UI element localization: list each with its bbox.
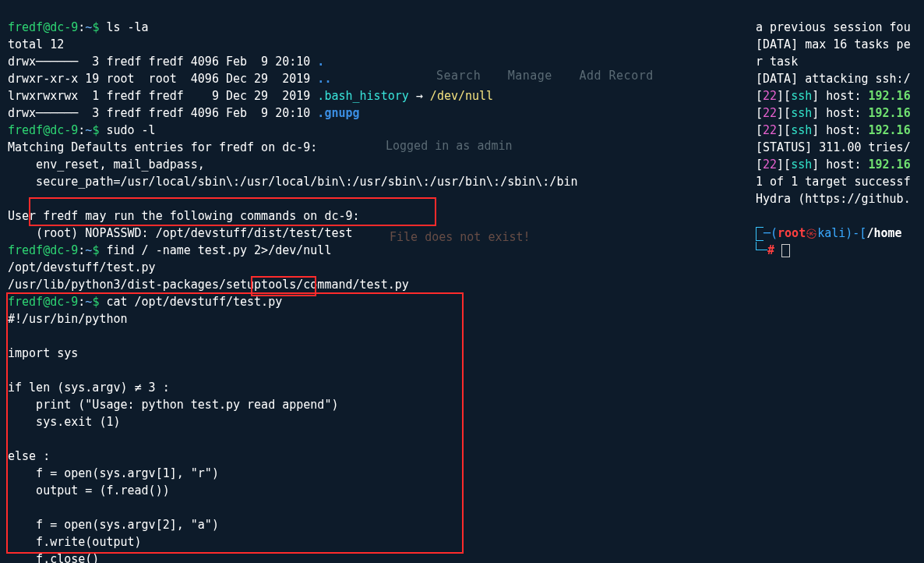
r-ssh: ssh [791, 89, 812, 103]
py-else: else : [8, 449, 50, 463]
find-out2: /usr/lib/python3/dist-packages/setuptool… [8, 278, 409, 292]
r-status: [STATUS] 311.00 tries/ [756, 140, 911, 154]
sudo-out2: env_reset, mail_badpass, [8, 158, 205, 172]
bg-nav-addrecord: Add Record [579, 69, 653, 83]
r-root: root [778, 226, 806, 240]
box-corner2-icon [756, 242, 767, 250]
sudo-nopasswd: (root) NOPASSWD: /opt/devstuff/dist/test… [8, 226, 353, 240]
r-host: kali [817, 226, 845, 240]
cmd-sudo: sudo -l [106, 123, 155, 137]
right-terminal[interactable]: a previous session fou [DATA] max 16 tas… [756, 2, 911, 259]
py-write: f.write(output) [8, 535, 142, 549]
py-close: f.close() [8, 552, 99, 563]
dir-dot: . [317, 55, 324, 69]
r-port: 22 [763, 89, 777, 103]
py-if: if len (sys.argv) ≠ 3 : [8, 381, 170, 395]
sudo-out1: Matching Defaults entries for fredf on d… [8, 140, 317, 154]
sudo-userline: User fredf may run the following command… [8, 209, 360, 223]
out-total: total 12 [8, 37, 64, 51]
terminal-screenshot: Search Manage Add Record Logged in as ad… [0, 0, 924, 563]
hollow-cursor-icon [781, 244, 790, 257]
cmd-find: find / -name test.py 2>/dev/null [106, 243, 331, 257]
dir-gnupg: .gnupg [317, 106, 359, 120]
r-target: 1 of 1 target successf [756, 175, 911, 189]
r-ip: 192.16 [869, 89, 911, 103]
py-shebang: #!/usr/bin/python [8, 312, 128, 326]
cmd-cat: cat /opt/devstuff/test.py [106, 295, 282, 309]
find-out1: /opt/devstuff/test.py [8, 260, 156, 274]
r-path: /home [866, 226, 901, 240]
left-terminal[interactable]: fredf@dc-9:~$ ls -la total 12 drwx──────… [8, 2, 578, 563]
py-open1: f = open(sys.argv[1], "r") [8, 466, 219, 480]
py-import: import sys [8, 346, 78, 360]
r-attack: [DATA] attacking ssh:/ [756, 72, 911, 86]
dir-dotdot: .. [317, 72, 331, 86]
cmd-ls: ls -la [106, 20, 148, 34]
py-open2: f = open(sys.argv[2], "a") [8, 518, 219, 532]
link-bashhistory: .bash_history [317, 89, 408, 103]
py-exit: sys.exit (1) [8, 415, 121, 429]
r-hash: # [767, 243, 774, 257]
py-print: print ("Usage: python test.py read appen… [8, 398, 338, 412]
r-task: r task [756, 55, 798, 69]
r-hydra: Hydra (https://github. [756, 192, 911, 206]
prompt-user: fredf@dc-9 [8, 20, 78, 34]
r-prev: a previous session fou [756, 20, 911, 34]
r-data1: [DATA] max 16 tasks pe [756, 37, 911, 51]
box-corner-icon [756, 227, 764, 241]
py-output: output = (f.read()) [8, 483, 170, 497]
link-target: /dev/null [430, 89, 493, 103]
sudo-out3: secure_path=/usr/local/sbin\:/usr/local/… [8, 175, 578, 189]
